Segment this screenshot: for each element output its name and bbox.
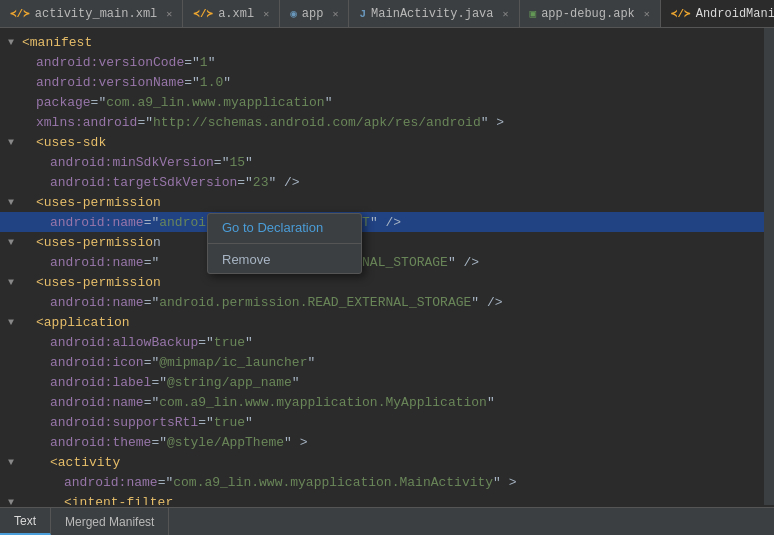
bottom-bar: Text Merged Manifest bbox=[0, 507, 774, 535]
fold-9[interactable]: ▼ bbox=[8, 197, 22, 208]
line-5: xmlns:android="http://schemas.android.co… bbox=[0, 112, 774, 132]
tab-app[interactable]: ◉ app ✕ bbox=[280, 0, 349, 27]
line-11: ▼ <uses-permission bbox=[0, 232, 774, 252]
fold-1[interactable]: ▼ bbox=[8, 37, 22, 48]
tab-close-1[interactable]: ✕ bbox=[263, 8, 269, 20]
fold-15[interactable]: ▼ bbox=[8, 317, 22, 328]
apk-icon: ▣ bbox=[530, 7, 537, 20]
line-21: android:theme="@style/AppTheme" > bbox=[0, 432, 774, 452]
fold-13[interactable]: ▼ bbox=[8, 277, 22, 288]
line-7: android:minSdkVersion="15" bbox=[0, 152, 774, 172]
line-4: package="com.a9_lin.www.myapplication" bbox=[0, 92, 774, 112]
line-9: ▼ <uses-permission bbox=[0, 192, 774, 212]
app-icon: ◉ bbox=[290, 7, 297, 20]
bottom-tab-merged[interactable]: Merged Manifest bbox=[51, 508, 169, 535]
tab-activity-main[interactable]: ≺/≻ activity_main.xml ✕ bbox=[0, 0, 183, 27]
line-1: ▼ <manifest bbox=[0, 32, 774, 52]
line-22: ▼ <activity bbox=[0, 452, 774, 472]
fold-22[interactable]: ▼ bbox=[8, 457, 22, 468]
line-14: android:name="android.permission.READ_EX… bbox=[0, 292, 774, 312]
tab-close-0[interactable]: ✕ bbox=[166, 8, 172, 20]
bottom-tab-text[interactable]: Text bbox=[0, 508, 51, 535]
line-16: android:allowBackup="true" bbox=[0, 332, 774, 352]
xml-icon: ≺/≻ bbox=[193, 7, 213, 20]
line-12: android:name=" .WRITE_EXTERNAL_STORAGE" … bbox=[0, 252, 774, 272]
line-3: android:versionName="1.0" bbox=[0, 72, 774, 92]
xml-icon: ≺/≻ bbox=[10, 7, 30, 20]
context-menu: Go to Declaration Remove bbox=[207, 213, 362, 274]
context-menu-divider bbox=[208, 243, 361, 244]
fold-11[interactable]: ▼ bbox=[8, 237, 22, 248]
tab-close-4[interactable]: ✕ bbox=[644, 8, 650, 20]
line-24: ▼ <intent-filter bbox=[0, 492, 774, 505]
tab-androidmanifest[interactable]: ≺/≻ AndroidManifest.xml ✕ bbox=[661, 0, 774, 27]
tab-close-2[interactable]: ✕ bbox=[332, 8, 338, 20]
xml-icon: ≺/≻ bbox=[671, 7, 691, 20]
go-to-declaration-item[interactable]: Go to Declaration bbox=[208, 214, 361, 241]
tab-mainactivity[interactable]: J MainActivity.java ✕ bbox=[349, 0, 519, 27]
editor: ▼ <manifest android:versionCode="1" andr… bbox=[0, 28, 774, 505]
fold-24[interactable]: ▼ bbox=[8, 497, 22, 506]
line-18: android:label="@string/app_name" bbox=[0, 372, 774, 392]
line-17: android:icon="@mipmap/ic_launcher" bbox=[0, 352, 774, 372]
fold-6[interactable]: ▼ bbox=[8, 137, 22, 148]
java-icon: J bbox=[359, 8, 366, 20]
line-2: android:versionCode="1" bbox=[0, 52, 774, 72]
line-19: android:name="com.a9_lin.www.myapplicati… bbox=[0, 392, 774, 412]
line-13: ▼ <uses-permission bbox=[0, 272, 774, 292]
tab-a-xml[interactable]: ≺/≻ a.xml ✕ bbox=[183, 0, 280, 27]
line-10: android:name="android.permission.INTERNE… bbox=[0, 212, 774, 232]
line-23: android:name="com.a9_lin.www.myapplicati… bbox=[0, 472, 774, 492]
line-8: android:targetSdkVersion="23" /> bbox=[0, 172, 774, 192]
tab-apk[interactable]: ▣ app-debug.apk ✕ bbox=[520, 0, 661, 27]
line-6: ▼ <uses-sdk bbox=[0, 132, 774, 152]
tab-close-3[interactable]: ✕ bbox=[503, 8, 509, 20]
line-20: android:supportsRtl="true" bbox=[0, 412, 774, 432]
remove-item[interactable]: Remove bbox=[208, 246, 361, 273]
tab-bar: ≺/≻ activity_main.xml ✕ ≺/≻ a.xml ✕ ◉ ap… bbox=[0, 0, 774, 28]
line-15: ▼ <application bbox=[0, 312, 774, 332]
